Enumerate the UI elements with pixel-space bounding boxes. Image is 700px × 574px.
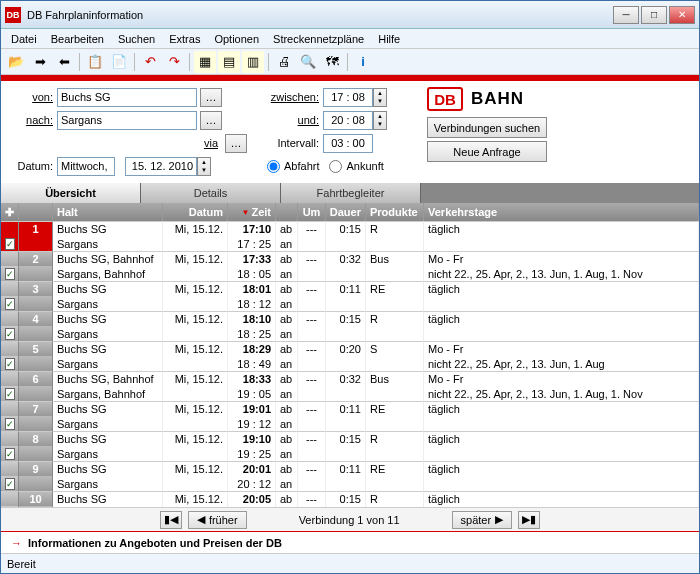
time-dep: 20:05 <box>228 491 276 506</box>
intervall-input[interactable] <box>323 134 373 153</box>
view3-icon[interactable]: ▥ <box>242 51 264 73</box>
col-verkehrstage[interactable]: Verkehrstage <box>424 203 699 221</box>
tab-uebersicht[interactable]: Übersicht <box>1 183 141 203</box>
days: täglich <box>424 431 699 446</box>
row-checkbox[interactable]: ✓ <box>5 268 15 280</box>
import-icon[interactable]: ⬅ <box>53 51 75 73</box>
row-number: 8 <box>19 431 53 446</box>
und-input[interactable] <box>323 111 373 130</box>
product: RE <box>366 461 424 476</box>
open-icon[interactable]: 📂 <box>5 51 27 73</box>
ab-label: ab <box>276 491 298 506</box>
minimize-button[interactable]: ─ <box>613 6 639 24</box>
ankunft-radio[interactable]: Ankunft <box>329 160 383 173</box>
product: RE <box>366 401 424 416</box>
menu-hilfe[interactable]: Hilfe <box>372 31 406 47</box>
von-lookup-button[interactable]: … <box>200 88 222 107</box>
first-button[interactable]: ▮◀ <box>160 511 182 529</box>
col-aban[interactable] <box>276 203 298 221</box>
row-checkbox[interactable]: ✓ <box>5 298 15 310</box>
paste-icon[interactable]: 📄 <box>108 51 130 73</box>
app-window: DB DB Fahrplaninformation ─ □ ✕ Datei Be… <box>0 0 700 574</box>
later-button[interactable]: später ▶ <box>452 511 513 529</box>
app-icon: DB <box>5 7 21 23</box>
row-checkbox[interactable]: ✓ <box>5 418 15 430</box>
nach-lookup-button[interactable]: … <box>200 111 222 130</box>
duration: 0:15 <box>326 221 366 236</box>
row-checkbox[interactable]: ✓ <box>5 328 15 340</box>
transfers: --- <box>298 341 326 356</box>
time-dep: 20:01 <box>228 461 276 476</box>
weekday-input[interactable] <box>57 157 115 176</box>
datum-spinner[interactable]: ▲▼ <box>197 157 211 176</box>
halt-to: Sargans <box>53 296 163 311</box>
col-dauer[interactable]: Dauer <box>326 203 366 221</box>
undo-icon[interactable]: ↶ <box>139 51 161 73</box>
time-dep: 19:10 <box>228 431 276 446</box>
tab-fahrtbegleiter[interactable]: Fahrtbegleiter <box>281 183 421 203</box>
row-checkbox[interactable]: ✓ <box>5 448 15 460</box>
col-produkte[interactable]: Produkte <box>366 203 424 221</box>
zwischen-spinner[interactable]: ▲▼ <box>373 88 387 107</box>
col-check[interactable]: ✚ <box>1 203 19 221</box>
transfers: --- <box>298 281 326 296</box>
info-icon[interactable]: i <box>352 51 374 73</box>
menu-datei[interactable]: Datei <box>5 31 43 47</box>
row-number: 1 <box>19 221 53 236</box>
info-bar[interactable]: → Informationen zu Angeboten und Preisen… <box>1 531 699 553</box>
menu-suchen[interactable]: Suchen <box>112 31 161 47</box>
tab-details[interactable]: Details <box>141 183 281 203</box>
copy-icon[interactable]: 📋 <box>84 51 106 73</box>
menu-extras[interactable]: Extras <box>163 31 206 47</box>
von-input[interactable] <box>57 88 197 107</box>
earlier-button[interactable]: ◀ früher <box>188 511 247 529</box>
col-zeit[interactable]: ▼Zeit <box>228 203 276 221</box>
result-row[interactable]: 6Buchs SG, BahnhofMi, 15.12.18:33ab---0:… <box>1 371 699 401</box>
preview-icon[interactable]: 🔍 <box>297 51 319 73</box>
result-row[interactable]: 9Buchs SGMi, 15.12.20:01ab---0:11REtägli… <box>1 461 699 491</box>
export-icon[interactable]: ➡ <box>29 51 51 73</box>
result-row[interactable]: 10Buchs SGMi, 15.12.20:05ab---0:15Rtägli… <box>1 491 699 507</box>
result-row[interactable]: 1Buchs SGMi, 15.12.17:10ab---0:15Rtäglic… <box>1 221 699 251</box>
last-button[interactable]: ▶▮ <box>518 511 540 529</box>
via-lookup-button[interactable]: … <box>225 134 247 153</box>
datum-input[interactable] <box>125 157 197 176</box>
time-arr: 19 : 05 <box>228 386 276 401</box>
menubar: Datei Bearbeiten Suchen Extras Optionen … <box>1 29 699 49</box>
menu-streckennetzplaene[interactable]: Streckennetzpläne <box>267 31 370 47</box>
time-dep: 18:10 <box>228 311 276 326</box>
close-button[interactable]: ✕ <box>669 6 695 24</box>
zwischen-input[interactable] <box>323 88 373 107</box>
result-row[interactable]: 8Buchs SGMi, 15.12.19:10ab---0:15Rtäglic… <box>1 431 699 461</box>
abfahrt-radio[interactable]: Abfahrt <box>267 160 319 173</box>
product: R <box>366 491 424 506</box>
col-datum[interactable]: Datum <box>163 203 228 221</box>
col-halt[interactable]: Halt <box>53 203 163 221</box>
halt-from: Buchs SG <box>53 491 163 506</box>
result-row[interactable]: 7Buchs SGMi, 15.12.19:01ab---0:11REtägli… <box>1 401 699 431</box>
col-num[interactable] <box>19 203 53 221</box>
row-number: 3 <box>19 281 53 296</box>
print-icon[interactable]: 🖨 <box>273 51 295 73</box>
und-spinner[interactable]: ▲▼ <box>373 111 387 130</box>
new-query-button[interactable]: Neue Anfrage <box>427 141 547 162</box>
maximize-button[interactable]: □ <box>641 6 667 24</box>
row-checkbox[interactable]: ✓ <box>5 478 15 490</box>
map-icon[interactable]: 🗺 <box>321 51 343 73</box>
result-row[interactable]: 2Buchs SG, BahnhofMi, 15.12.17:33ab---0:… <box>1 251 699 281</box>
row-checkbox[interactable]: ✓ <box>5 358 15 370</box>
result-row[interactable]: 3Buchs SGMi, 15.12.18:01ab---0:11REtägli… <box>1 281 699 311</box>
row-number: 9 <box>19 461 53 476</box>
col-um[interactable]: Um <box>298 203 326 221</box>
nach-input[interactable] <box>57 111 197 130</box>
redo-icon[interactable]: ↷ <box>163 51 185 73</box>
row-checkbox[interactable]: ✓ <box>5 238 15 250</box>
view2-icon[interactable]: ▤ <box>218 51 240 73</box>
search-button[interactable]: Verbindungen suchen <box>427 117 547 138</box>
result-row[interactable]: 5Buchs SGMi, 15.12.18:29ab---0:20SMo - F… <box>1 341 699 371</box>
view1-icon[interactable]: ▦ <box>194 51 216 73</box>
result-row[interactable]: 4Buchs SGMi, 15.12.18:10ab---0:15Rtäglic… <box>1 311 699 341</box>
menu-optionen[interactable]: Optionen <box>208 31 265 47</box>
menu-bearbeiten[interactable]: Bearbeiten <box>45 31 110 47</box>
row-checkbox[interactable]: ✓ <box>5 388 15 400</box>
